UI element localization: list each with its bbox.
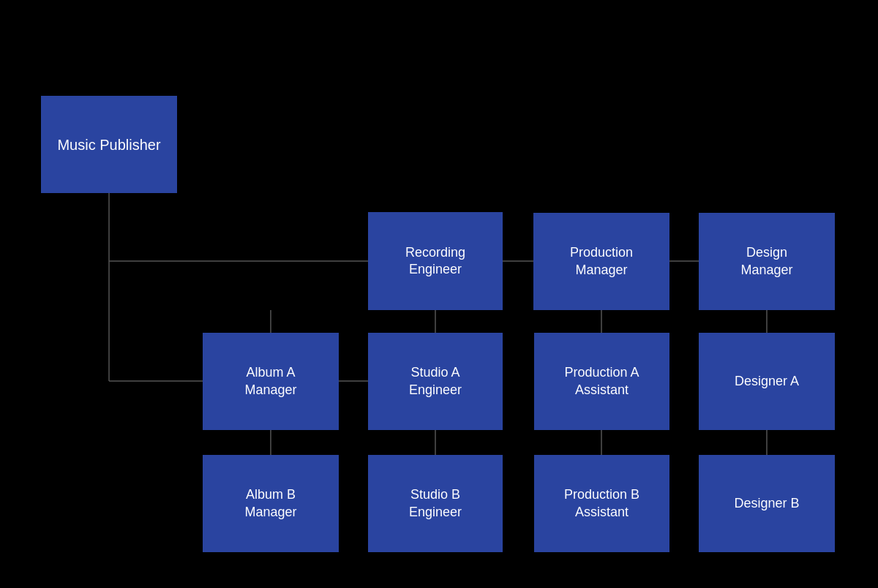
node-designer-b[interactable]: Designer B xyxy=(699,455,835,552)
node-production-b-assistant[interactable]: Production B Assistant xyxy=(534,455,669,552)
node-recording-engineer[interactable]: Recording Engineer xyxy=(368,212,503,310)
node-designer-a[interactable]: Designer A xyxy=(699,333,835,430)
node-music-publisher[interactable]: Music Publisher xyxy=(41,96,177,193)
node-album-a-manager[interactable]: Album A Manager xyxy=(203,333,339,430)
node-production-manager[interactable]: Production Manager xyxy=(533,213,669,310)
node-studio-b-engineer[interactable]: Studio B Engineer xyxy=(368,455,503,552)
node-design-manager[interactable]: Design Manager xyxy=(699,213,835,310)
node-production-a-assistant[interactable]: Production A Assistant xyxy=(534,333,669,430)
org-chart: Music Publisher Recording Engineer Produ… xyxy=(0,0,878,588)
node-studio-a-engineer[interactable]: Studio A Engineer xyxy=(368,333,503,430)
node-album-b-manager[interactable]: Album B Manager xyxy=(203,455,339,552)
